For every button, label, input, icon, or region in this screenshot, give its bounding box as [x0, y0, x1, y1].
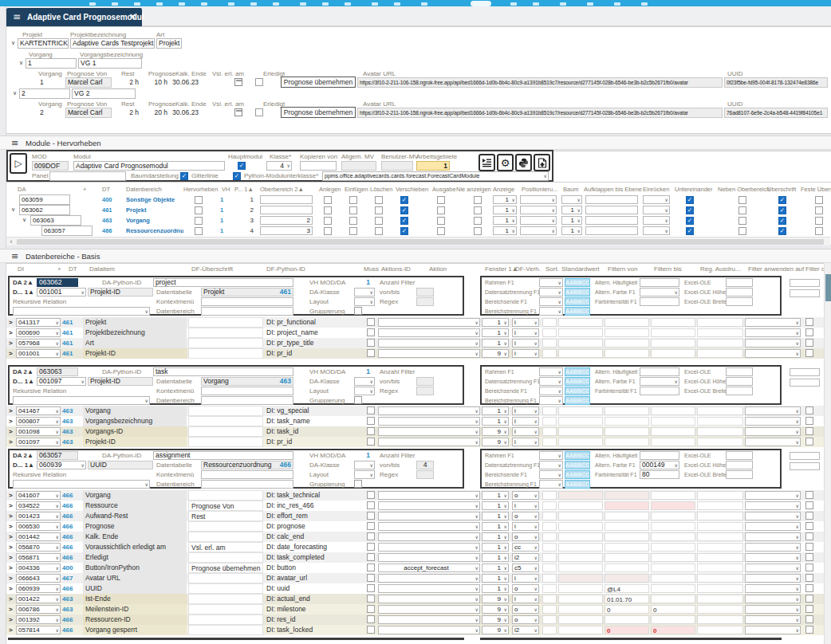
expand-icon[interactable]: > — [9, 604, 15, 615]
da-python-id-field[interactable]: assignment — [153, 451, 293, 460]
standardwert-cell[interactable] — [558, 491, 603, 500]
mod-field[interactable]: 009DOF — [32, 161, 69, 171]
sort-cell[interactable] — [542, 406, 557, 415]
excel-ole-breite-field[interactable] — [726, 387, 753, 395]
standardwert-cell[interactable] — [558, 318, 603, 327]
anzeige-select[interactable]: 1 — [493, 216, 517, 225]
expand-icon[interactable]: > — [9, 563, 15, 573]
filtern-bis-cell[interactable] — [651, 328, 695, 337]
toolbar-icon[interactable] — [89, 2, 96, 6]
muss-checkbox[interactable] — [367, 427, 375, 435]
df-verh-select[interactable]: i2 — [512, 626, 539, 634]
datenbereich-field[interactable] — [201, 480, 293, 489]
expand-icon[interactable]: > — [9, 437, 15, 447]
excel-ole-field[interactable] — [726, 367, 753, 376]
aktion-select[interactable] — [378, 417, 480, 426]
sort-cell[interactable] — [542, 626, 557, 634]
df-ueberschrift-cell[interactable]: Rest — [188, 511, 263, 521]
aktion-select[interactable] — [378, 553, 480, 562]
muss-checkbox[interactable] — [367, 501, 375, 509]
filtern-von-cell[interactable] — [605, 564, 649, 572]
hauptmodul-checkbox[interactable] — [238, 162, 246, 170]
df-verh-select[interactable]: o — [512, 532, 539, 541]
sort-cell[interactable] — [542, 522, 557, 531]
df-ueberschrift-cell[interactable] — [188, 532, 263, 542]
toolbar-icon[interactable] — [471, 1, 491, 6]
anlegen-checkbox[interactable] — [324, 196, 332, 204]
einfuegen-checkbox[interactable] — [349, 227, 357, 235]
nie-anzeigen-checkbox[interactable] — [474, 206, 482, 214]
benutzer-mv-field[interactable] — [381, 161, 413, 171]
standardwert-cell[interactable] — [558, 532, 603, 541]
filter-extra-field[interactable] — [790, 279, 820, 287]
expand-icon[interactable]: > — [9, 317, 15, 328]
df-ueberschrift-cell[interactable] — [188, 490, 263, 501]
di-select[interactable]: 001001 — [37, 288, 86, 296]
datensatztrennung-color-field[interactable]: AABBCC — [565, 377, 590, 386]
aktion-select[interactable] — [378, 438, 480, 446]
filtern-von-cell[interactable] — [605, 512, 649, 520]
hervorheben-checkbox[interactable] — [195, 227, 203, 235]
fenster-select[interactable]: 9 — [482, 427, 509, 436]
datensatztrennung-select[interactable] — [539, 288, 563, 296]
baum-select[interactable]: 1 — [561, 226, 582, 235]
farbintensitaet-field[interactable] — [640, 387, 679, 395]
rekursive-relation-select[interactable] — [13, 307, 150, 316]
bereichsende-color-field[interactable]: AABBCC — [565, 297, 590, 306]
untereinander-checkbox[interactable] — [686, 217, 694, 225]
reg-ausdruck-cell[interactable] — [697, 595, 743, 603]
df-ueberschrift-cell[interactable] — [188, 552, 263, 563]
di-select[interactable]: 060939 — [16, 584, 61, 593]
df-ueberschrift-cell[interactable] — [188, 426, 263, 437]
di-select[interactable]: 006786 — [16, 605, 61, 614]
baum-select[interactable]: 1 — [561, 216, 582, 225]
filtern-von-cell[interactable] — [605, 615, 649, 624]
di-select[interactable]: 057968 — [16, 339, 61, 348]
ausgabe-checkbox[interactable] — [437, 206, 445, 214]
expand-icon[interactable]: > — [9, 338, 15, 348]
filtern-von-cell[interactable]: 01.01.70 — [605, 595, 649, 603]
prognose-uebernehmen-button[interactable]: Prognose übernehmen — [281, 107, 356, 118]
df-verh-select[interactable]: o — [512, 491, 539, 500]
fenster-select[interactable]: 1 — [482, 564, 509, 572]
df-verh-select[interactable]: c5 — [512, 564, 539, 572]
reg-ausdruck-cell[interactable] — [697, 339, 743, 348]
filtern-von-cell[interactable] — [605, 328, 649, 337]
reg-ausdruck-cell[interactable] — [697, 328, 743, 337]
excel-ole-hoehe-field[interactable] — [726, 461, 753, 469]
altern-haeufigkeit-field[interactable] — [640, 367, 679, 376]
da-field[interactable]: 063062 — [37, 278, 78, 287]
feste-ueberschrift-checkbox[interactable] — [815, 206, 823, 214]
sort-cell[interactable] — [542, 501, 557, 510]
reg-ausdruck-cell[interactable] — [697, 553, 743, 562]
df-verh-select[interactable]: i — [512, 501, 539, 510]
da-klasse-select[interactable] — [354, 377, 375, 386]
sort-cell[interactable] — [542, 318, 557, 327]
sort-cell[interactable] — [542, 339, 557, 348]
ueberschrift-checkbox[interactable] — [778, 206, 786, 214]
expand-icon[interactable]: > — [9, 542, 15, 552]
df-verh-select[interactable]: o — [512, 615, 539, 624]
oberbereich-field[interactable]: 2 — [260, 216, 313, 225]
reg-ausdruck-cell[interactable] — [697, 522, 743, 531]
aktion-select[interactable] — [378, 339, 480, 348]
vorgang-field[interactable]: 1 — [26, 58, 77, 69]
sort-cell[interactable] — [542, 543, 557, 552]
filtern-bis-cell[interactable] — [651, 406, 695, 415]
hamburger-icon[interactable]: ≡ — [13, 8, 21, 26]
expand-icon[interactable]: > — [9, 573, 15, 583]
toolbar-icon[interactable] — [201, 2, 207, 6]
sort-cell[interactable] — [542, 328, 557, 337]
df-ueberschrift-cell[interactable] — [188, 416, 263, 426]
da-klasse-select[interactable] — [354, 288, 375, 296]
muss-checkbox[interactable] — [367, 318, 375, 326]
di-select[interactable]: 041607 — [16, 491, 61, 500]
tab-close-icon[interactable]: × — [129, 8, 136, 26]
di-select[interactable]: 001097 — [16, 438, 61, 446]
run-module-button[interactable]: ▷ — [10, 153, 27, 174]
kontextmenu-field[interactable] — [201, 297, 293, 306]
datensatztrennung-select[interactable] — [539, 461, 563, 469]
calendar-icon[interactable] — [234, 78, 242, 86]
filtern-bis-cell[interactable] — [651, 318, 695, 327]
altern-farbe-select[interactable] — [640, 288, 679, 296]
